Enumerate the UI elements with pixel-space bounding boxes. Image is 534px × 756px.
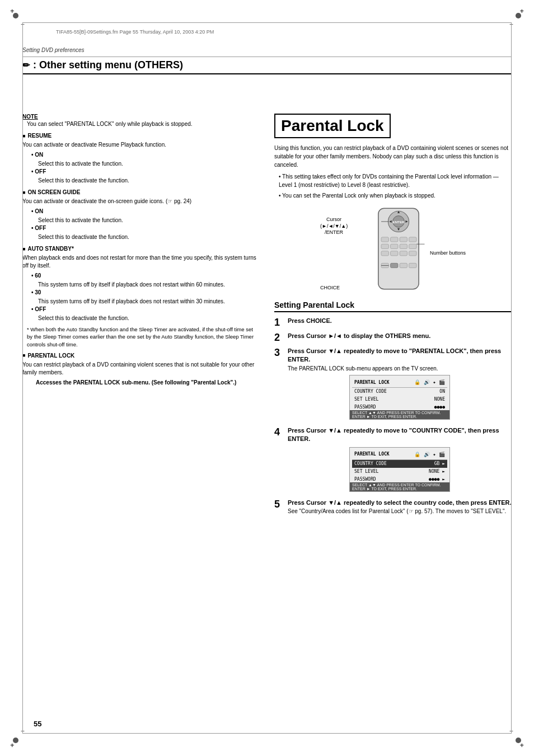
- inner-cross-tr: +: [509, 21, 513, 29]
- svg-rect-19: [409, 251, 416, 256]
- auto-standby-footnote: * When both the Auto Standby function an…: [27, 326, 257, 348]
- resume-section: RESUME You can activate or deactivate Re…: [22, 133, 257, 185]
- standby-60-label: • 60: [31, 272, 257, 280]
- left-column: NOTE You can select "PARENTAL LOCK" only…: [22, 114, 257, 518]
- inner-cross-tl: +: [21, 21, 25, 29]
- parental-bullet-1: • This setting takes effect only for DVD…: [279, 172, 512, 189]
- setting-parental-lock-heading: Setting Parental Lock: [274, 300, 512, 312]
- svg-rect-23: [391, 263, 398, 267]
- osg-off-label: • OFF: [31, 224, 257, 232]
- remote-diagram: Cursor (►/◄/▼/▲) /ENTER Number buttons C…: [274, 205, 512, 295]
- svg-text:▲: ▲: [396, 209, 400, 214]
- corner-mark-br: +: [514, 736, 526, 748]
- svg-rect-16: [381, 251, 388, 256]
- main-heading: ✏ : Other setting menu (OTHERS): [22, 59, 512, 74]
- step-4-text: Press Cursor ▼/▲ repeatedly to move to "…: [288, 426, 512, 444]
- step-2-text: Press Cursor ►/◄ to display the OTHERS m…: [288, 332, 512, 340]
- svg-rect-25: [409, 263, 416, 267]
- step-5-text: Press Cursor ▼/▲ repeatedly to select th…: [288, 499, 512, 507]
- svg-rect-9: [391, 237, 398, 242]
- parental-lock-desc: Using this function, you can restrict pl…: [274, 144, 512, 169]
- svg-rect-13: [391, 244, 398, 248]
- corner-mark-tr: +: [514, 8, 526, 20]
- parental-lock-link: Accesses the PARENTAL LOCK sub-menu. (Se…: [36, 379, 257, 387]
- standby-off-label: • OFF: [31, 306, 257, 313]
- standby-30-label: • 30: [31, 289, 257, 297]
- osg-off-text: Select this to deactivate the function.: [38, 233, 257, 241]
- on-screen-guide-heading: ON SCREEN GUIDE: [22, 189, 257, 195]
- step-1: 1 Press CHOICE.: [274, 317, 512, 328]
- pencil-icon: ✏: [22, 60, 30, 71]
- svg-rect-18: [400, 251, 407, 256]
- resume-body: You can activate or deactivate Resume Pl…: [22, 141, 257, 149]
- corner-mark-bl: +: [8, 736, 20, 748]
- svg-rect-24: [400, 263, 407, 267]
- step-3-text: Press Cursor ▼/▲ repeatedly to move to "…: [288, 347, 512, 364]
- resume-on-text: Select this to activate the function.: [38, 160, 257, 168]
- parental-lock-left-section: PARENTAL LOCK You can restrict playback …: [22, 353, 257, 387]
- svg-rect-11: [409, 237, 416, 242]
- inner-cross-br: +: [509, 727, 513, 735]
- remote-svg: ENTER ▲ ▼ ◄ ►: [343, 205, 455, 292]
- step-2-num: 2: [274, 332, 284, 344]
- step-4: 4 Press Cursor ▼/▲ repeatedly to move to…: [274, 426, 512, 495]
- svg-text:ENTER: ENTER: [393, 220, 405, 224]
- svg-rect-8: [381, 237, 388, 242]
- standby-30-text: This system turns off by itself if playb…: [38, 298, 257, 306]
- auto-standby-section: AUTO STANDBY* When playback ends and doe…: [22, 246, 257, 348]
- resume-off-text: Select this to deactivate the function.: [38, 177, 257, 185]
- step-3-sub: The PARENTAL LOCK sub-menu appears on th…: [288, 365, 512, 372]
- resume-on-label: • ON: [31, 151, 257, 159]
- resume-off-label: • OFF: [31, 168, 257, 176]
- inner-cross-bl: +: [21, 727, 25, 735]
- step-5: 5 Press Cursor ▼/▲ repeatedly to select …: [274, 499, 512, 514]
- osg-on-text: Select this to activate the function.: [38, 217, 257, 224]
- auto-standby-body: When playback ends and does not restart …: [22, 254, 257, 270]
- svg-rect-10: [400, 237, 407, 242]
- svg-rect-17: [391, 251, 398, 256]
- standby-60-text: This system turns off by itself if playb…: [38, 281, 257, 289]
- note-text: You can select "PARENTAL LOCK" only whil…: [27, 121, 257, 127]
- corner-mark-tl: +: [8, 8, 20, 20]
- file-info: TIFA85-55[B]-09Settings.fm Page 55 Thurs…: [56, 29, 214, 35]
- choice-label: CHOICE: [320, 285, 340, 290]
- note-label: NOTE: [22, 114, 257, 120]
- osg-on-label: • ON: [31, 208, 257, 215]
- step-1-text: Press CHOICE.: [288, 317, 512, 325]
- step-5-sub: See "Country/Area codes list for Parenta…: [288, 508, 512, 514]
- right-column: Parental Lock Using this function, you c…: [274, 114, 512, 518]
- step-3: 3 Press Cursor ▼/▲ repeatedly to move to…: [274, 347, 512, 423]
- parental-lock-left-body: You can restrict playback of a DVD conta…: [22, 361, 257, 377]
- on-screen-guide-section: ON SCREEN GUIDE You can activate or deac…: [22, 189, 257, 241]
- parental-lock-left-heading: PARENTAL LOCK: [22, 353, 257, 359]
- step-1-num: 1: [274, 317, 284, 328]
- step-3-num: 3: [274, 347, 284, 359]
- on-screen-guide-body: You can activate or deactivate the on-sc…: [22, 198, 257, 205]
- note-box: NOTE You can select "PARENTAL LOCK" only…: [22, 114, 257, 127]
- section-heading: Setting DVD preferences: [22, 47, 512, 53]
- resume-heading: RESUME: [22, 133, 257, 139]
- step-5-num: 5: [274, 499, 284, 510]
- step-2: 2 Press Cursor ►/◄ to display the OTHERS…: [274, 332, 512, 344]
- step-4-num: 4: [274, 426, 284, 438]
- page-number: 55: [34, 720, 41, 728]
- svg-text:►: ►: [405, 219, 409, 224]
- screen-image-1: PARENTAL LOCK 🔒 🔊 ✦ 🎬 COUNTRY CODEON SET…: [349, 375, 450, 420]
- svg-rect-15: [409, 244, 416, 248]
- svg-rect-12: [381, 244, 388, 248]
- parental-lock-title: Parental Lock: [274, 114, 391, 138]
- svg-text:▼: ▼: [396, 227, 400, 232]
- svg-rect-14: [400, 244, 407, 248]
- parental-bullet-2: • You can set the Parental Lock only whe…: [279, 191, 512, 200]
- standby-off-text: Select this to deactivate the function.: [38, 314, 257, 322]
- svg-text:◄: ◄: [388, 219, 392, 224]
- screen-image-2: PARENTAL LOCK 🔒 🔊 ✦ 🎬 COUNTRY CODEGB ► S…: [349, 447, 450, 492]
- auto-standby-heading: AUTO STANDBY*: [22, 246, 257, 252]
